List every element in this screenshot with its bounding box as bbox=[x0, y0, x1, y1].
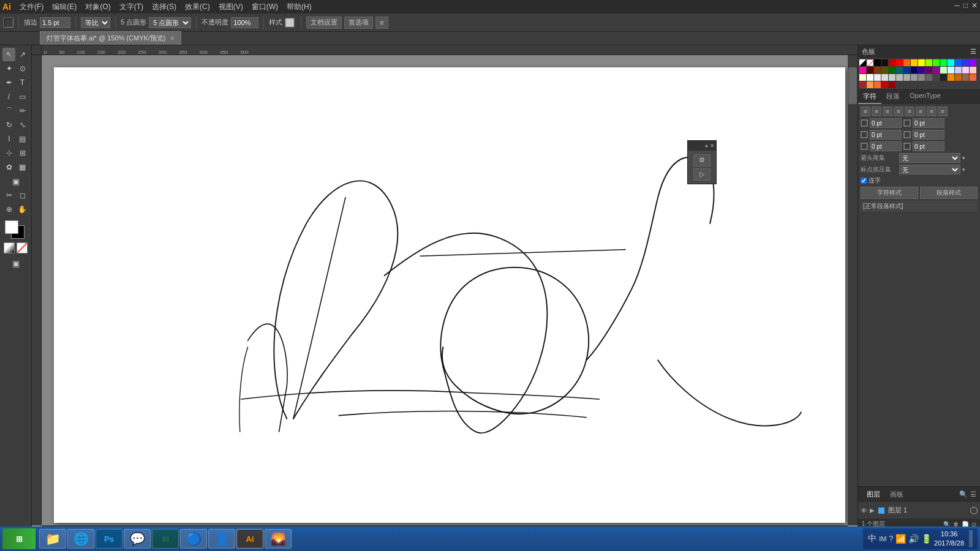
swatch-violet[interactable] bbox=[970, 59, 976, 66]
layer-expand-icon[interactable]: ▶ bbox=[870, 507, 875, 514]
direct-selection-tool[interactable]: ↗ bbox=[16, 48, 29, 61]
tab-opentype[interactable]: OpenType bbox=[905, 90, 946, 104]
tab-character[interactable]: 字符 bbox=[858, 90, 881, 104]
taskbar-app-ie[interactable]: 🔵 bbox=[180, 529, 207, 549]
menu-window[interactable]: 窗口(W) bbox=[248, 1, 282, 13]
start-button[interactable]: ⊞ bbox=[2, 528, 36, 549]
preferences-button[interactable]: 首选项 bbox=[344, 17, 373, 29]
swatch-extra5[interactable] bbox=[859, 81, 866, 88]
swatch-green[interactable] bbox=[933, 59, 940, 66]
extra-toolbar-button[interactable]: ≡ bbox=[375, 17, 388, 29]
swatch-extra8[interactable] bbox=[881, 81, 888, 88]
menu-edit[interactable]: 编辑(E) bbox=[48, 1, 80, 13]
blend-tool[interactable]: ⊞ bbox=[16, 146, 29, 160]
swatch-darkcyan[interactable] bbox=[903, 67, 910, 73]
swatch-extra3[interactable] bbox=[962, 74, 969, 81]
first-indent-input[interactable] bbox=[870, 141, 902, 151]
mini-panel-btn-1[interactable]: ⚙ bbox=[693, 154, 710, 167]
swatch-yellow[interactable] bbox=[911, 59, 918, 66]
screen-mode-button[interactable]: ▣ bbox=[2, 257, 29, 270]
taskbar-app-explorer[interactable]: 📁 bbox=[39, 529, 66, 549]
canvas-area[interactable]: 0 50 100 150 200 250 300 350 400 450 500 bbox=[32, 45, 858, 535]
taskbar-app-photos[interactable]: 🌄 bbox=[265, 529, 292, 549]
gradient-tool[interactable]: ▤ bbox=[16, 132, 29, 146]
last-indent-input[interactable] bbox=[913, 141, 944, 151]
kinsoku-select[interactable]: 无 bbox=[899, 153, 960, 163]
swatch-darkred[interactable] bbox=[867, 67, 873, 73]
scroll-thumb-right[interactable] bbox=[848, 67, 857, 104]
swatch-teal[interactable] bbox=[896, 67, 903, 73]
network-icon[interactable]: 📶 bbox=[895, 534, 906, 544]
show-desktop-button[interactable] bbox=[969, 530, 973, 547]
indent-right-input[interactable] bbox=[913, 118, 944, 128]
warp-tool[interactable]: ⌇ bbox=[2, 132, 15, 146]
swatch-white[interactable] bbox=[867, 74, 873, 81]
pencil-tool[interactable]: ✏ bbox=[16, 104, 29, 118]
swatch-gray10[interactable] bbox=[940, 74, 947, 81]
battery-icon[interactable]: 🔋 bbox=[921, 534, 932, 544]
brush-tool[interactable]: ⌒ bbox=[2, 104, 15, 118]
swatch-gray2[interactable] bbox=[881, 74, 888, 81]
zoom-tool[interactable]: ⊕ bbox=[2, 203, 15, 216]
swatch-lime[interactable] bbox=[925, 59, 932, 66]
taskbar-app-wechat[interactable]: 💬 bbox=[124, 529, 151, 549]
taskbar-app-photoshop[interactable]: Ps bbox=[96, 529, 123, 549]
para-style-button[interactable]: 段落样式 bbox=[920, 187, 978, 199]
swatch-lightsalmon[interactable] bbox=[970, 67, 976, 73]
mini-panel-menu-icon[interactable]: ▸ bbox=[706, 143, 709, 149]
layers-search-icon[interactable]: 🔍 bbox=[959, 490, 968, 498]
menu-file[interactable]: 文件(F) bbox=[16, 1, 47, 13]
eyedropper-tool[interactable]: ⊹ bbox=[2, 146, 15, 160]
ime-zh-icon[interactable]: 中 bbox=[868, 533, 876, 544]
swatch-extra7[interactable] bbox=[874, 81, 881, 88]
maximize-button[interactable]: □ bbox=[963, 1, 968, 10]
rotate-tool[interactable]: ↻ bbox=[2, 118, 15, 132]
align-justify-last-center-btn[interactable]: ≡ bbox=[916, 107, 925, 116]
swatch-gray9[interactable] bbox=[933, 74, 940, 81]
swatch-gray5[interactable] bbox=[903, 74, 910, 81]
foreground-color-swatch[interactable] bbox=[5, 220, 18, 234]
swatch-indigo[interactable] bbox=[962, 59, 969, 66]
color-panel-menu-icon[interactable]: ☰ bbox=[970, 48, 976, 56]
layers-panel-menu-icon[interactable]: ☰ bbox=[970, 490, 976, 498]
align-center-btn[interactable]: ≡ bbox=[872, 107, 881, 116]
align-justify-all-btn[interactable]: ≡ bbox=[938, 107, 948, 116]
space-after-input[interactable] bbox=[913, 130, 944, 140]
close-button[interactable]: ✕ bbox=[971, 1, 978, 10]
none-swatch[interactable] bbox=[17, 242, 28, 253]
menu-text[interactable]: 文字(T) bbox=[116, 1, 147, 13]
mini-panel-btn-2[interactable]: ▷ bbox=[693, 168, 710, 181]
swatch-extra9[interactable] bbox=[889, 81, 895, 88]
document-tab[interactable]: 灯管字体临摹.ai* @ 150% (CMYK/预览) ✕ bbox=[40, 31, 181, 45]
align-right-btn[interactable]: ≡ bbox=[883, 107, 892, 116]
swatch-extra6[interactable] bbox=[867, 81, 873, 88]
swatch-gray7[interactable] bbox=[918, 74, 925, 81]
scrollbar-right[interactable] bbox=[848, 55, 858, 525]
swatch-lightpink[interactable] bbox=[962, 67, 969, 73]
taskbar-app-excel[interactable]: Xl bbox=[152, 529, 179, 549]
swatch-pink[interactable] bbox=[859, 67, 866, 73]
mini-panel-close-icon[interactable]: ✕ bbox=[710, 143, 715, 149]
registration-swatch[interactable] bbox=[867, 59, 873, 66]
swatch-lightyellow[interactable] bbox=[859, 74, 866, 81]
text-tool[interactable]: T bbox=[16, 76, 29, 89]
gradient-swatch-panel[interactable] bbox=[859, 59, 866, 66]
line-tool[interactable]: / bbox=[2, 90, 15, 103]
opacity-input[interactable] bbox=[231, 17, 258, 28]
swatch-olive[interactable] bbox=[881, 67, 888, 73]
indent-left-input[interactable] bbox=[870, 118, 902, 128]
tab-paragraph[interactable]: 段落 bbox=[881, 90, 905, 104]
swatch-red[interactable] bbox=[896, 59, 903, 66]
slice-tool[interactable]: ✂ bbox=[2, 189, 15, 202]
swatch-lightcyan[interactable] bbox=[948, 67, 954, 73]
align-justify-last-right-btn[interactable]: ≡ bbox=[927, 107, 937, 116]
swatch-gray1[interactable] bbox=[874, 74, 881, 81]
char-style-button[interactable]: 字符样式 bbox=[861, 187, 918, 199]
swatch-c2[interactable] bbox=[889, 59, 895, 66]
taskbar-app-illustrator[interactable]: Ai bbox=[236, 529, 263, 549]
tab-close-button[interactable]: ✕ bbox=[170, 35, 175, 42]
align-justify-last-left-btn[interactable]: ≡ bbox=[905, 107, 914, 116]
swatch-purple[interactable] bbox=[918, 67, 925, 73]
menu-select[interactable]: 选择(S) bbox=[148, 1, 180, 13]
swatch-lightgreen[interactable] bbox=[940, 67, 947, 73]
